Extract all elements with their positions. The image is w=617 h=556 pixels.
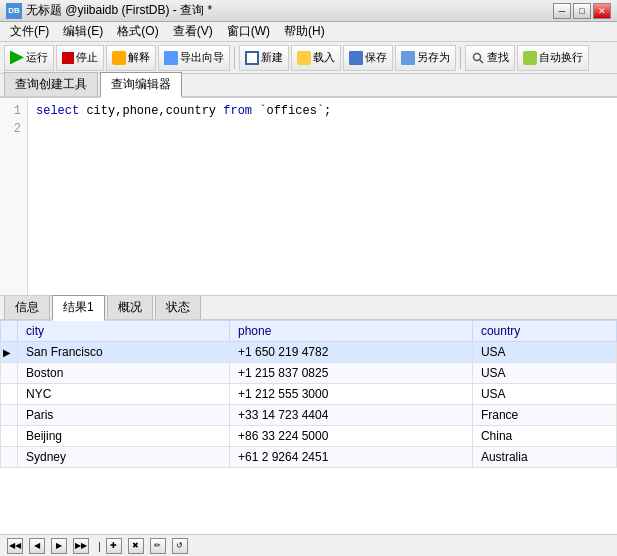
- window-controls: ─ □ ✕: [553, 3, 611, 19]
- find-icon: [471, 51, 485, 65]
- export-icon: [164, 51, 178, 65]
- stop-button[interactable]: 停止: [56, 45, 104, 71]
- row-indicator: [1, 405, 18, 426]
- cell-phone: +86 33 224 5000: [229, 426, 472, 447]
- menu-edit[interactable]: 编辑(E): [57, 21, 109, 42]
- menu-help[interactable]: 帮助(H): [278, 21, 331, 42]
- result-tab-bar: 信息 结果1 概况 状态: [0, 296, 617, 320]
- menu-view[interactable]: 查看(V): [167, 21, 219, 42]
- cell-country: USA: [472, 384, 616, 405]
- new-label: 新建: [261, 50, 283, 65]
- menu-format[interactable]: 格式(O): [111, 21, 164, 42]
- cell-country: USA: [472, 363, 616, 384]
- tab-status[interactable]: 状态: [155, 295, 201, 319]
- row-indicator: [1, 363, 18, 384]
- save-button[interactable]: 保存: [343, 45, 393, 71]
- cell-country: Australia: [472, 447, 616, 468]
- nav-first-button[interactable]: ◀◀: [7, 538, 23, 554]
- stop-label: 停止: [76, 50, 98, 65]
- code-line-1: select city,phone,country from `offices`…: [36, 102, 331, 120]
- code-content[interactable]: select city,phone,country from `offices`…: [28, 98, 339, 295]
- results-table: city phone country ▶San Francisco+1 650 …: [0, 320, 617, 468]
- nav-next-button[interactable]: ▶: [51, 538, 67, 554]
- cell-phone: +1 215 837 0825: [229, 363, 472, 384]
- cell-country: France: [472, 405, 616, 426]
- saveas-icon: [401, 51, 415, 65]
- run-label: 运行: [26, 50, 48, 65]
- app-icon: DB: [6, 3, 22, 19]
- row-indicator: ▶: [1, 342, 18, 363]
- from-keyword: from: [223, 104, 252, 118]
- select-keyword: select: [36, 104, 79, 118]
- tab-query-editor[interactable]: 查询编辑器: [100, 72, 182, 98]
- maximize-button[interactable]: □: [573, 3, 591, 19]
- minimize-button[interactable]: ─: [553, 3, 571, 19]
- menu-window[interactable]: 窗口(W): [221, 21, 276, 42]
- tab-query-builder[interactable]: 查询创建工具: [4, 72, 98, 96]
- cell-city: Boston: [18, 363, 230, 384]
- stop-icon: [62, 52, 74, 64]
- table-row: Sydney+61 2 9264 2451Australia: [1, 447, 617, 468]
- status-separator: |: [98, 540, 101, 552]
- cell-city: San Francisco: [18, 342, 230, 363]
- header-phone: phone: [229, 321, 472, 342]
- edit-row-button[interactable]: ✏: [150, 538, 166, 554]
- toolbar-separator-1: [234, 47, 235, 69]
- row-indicator: [1, 447, 18, 468]
- tab-result1[interactable]: 结果1: [52, 295, 105, 321]
- export-button[interactable]: 导出向导: [158, 45, 230, 71]
- cell-phone: +1 650 219 4782: [229, 342, 472, 363]
- table-row: ▶San Francisco+1 650 219 4782USA: [1, 342, 617, 363]
- close-button[interactable]: ✕: [593, 3, 611, 19]
- cell-phone: +61 2 9264 2451: [229, 447, 472, 468]
- code-table: `offices`;: [259, 104, 331, 118]
- nav-last-button[interactable]: ▶▶: [73, 538, 89, 554]
- cell-city: NYC: [18, 384, 230, 405]
- line-number-2: 2: [6, 120, 21, 138]
- load-button[interactable]: 载入: [291, 45, 341, 71]
- menu-bar: 文件(F) 编辑(E) 格式(O) 查看(V) 窗口(W) 帮助(H): [0, 22, 617, 42]
- new-button[interactable]: 新建: [239, 45, 289, 71]
- run-icon: [10, 51, 24, 65]
- explain-button[interactable]: 解释: [106, 45, 156, 71]
- cell-phone: +1 212 555 3000: [229, 384, 472, 405]
- row-indicator: [1, 384, 18, 405]
- window-title: 无标题 @yiibaidb (FirstDB) - 查询 *: [26, 2, 212, 19]
- cell-city: Sydney: [18, 447, 230, 468]
- tab-overview[interactable]: 概况: [107, 295, 153, 319]
- refresh-button[interactable]: ↺: [172, 538, 188, 554]
- nav-prev-button[interactable]: ◀: [29, 538, 45, 554]
- add-row-button[interactable]: ✚: [106, 538, 122, 554]
- saveas-button[interactable]: 另存为: [395, 45, 456, 71]
- editor-tab-bar: 查询创建工具 查询编辑器: [0, 74, 617, 98]
- table-header-row: city phone country: [1, 321, 617, 342]
- delete-row-button[interactable]: ✖: [128, 538, 144, 554]
- code-columns: city,phone,country: [86, 104, 223, 118]
- cell-city: Beijing: [18, 426, 230, 447]
- cell-phone: +33 14 723 4404: [229, 405, 472, 426]
- header-country: country: [472, 321, 616, 342]
- tab-info[interactable]: 信息: [4, 295, 50, 319]
- load-label: 载入: [313, 50, 335, 65]
- query-editor[interactable]: 1 2 select city,phone,country from `offi…: [0, 98, 617, 296]
- cell-country: USA: [472, 342, 616, 363]
- cell-country: China: [472, 426, 616, 447]
- find-label: 查找: [487, 50, 509, 65]
- auto-icon: [523, 51, 537, 65]
- export-label: 导出向导: [180, 50, 224, 65]
- bottom-pane: 信息 结果1 概况 状态 city phone country ▶San Fra…: [0, 296, 617, 556]
- header-city: city: [18, 321, 230, 342]
- new-icon: [245, 51, 259, 65]
- explain-label: 解释: [128, 50, 150, 65]
- title-bar: DB 无标题 @yiibaidb (FirstDB) - 查询 * ─ □ ✕: [0, 0, 617, 22]
- find-button[interactable]: 查找: [465, 45, 515, 71]
- svg-line-1: [480, 60, 483, 63]
- table-row: Beijing+86 33 224 5000China: [1, 426, 617, 447]
- menu-file[interactable]: 文件(F): [4, 21, 55, 42]
- explain-icon: [112, 51, 126, 65]
- run-button[interactable]: 运行: [4, 45, 54, 71]
- table-row: NYC+1 212 555 3000USA: [1, 384, 617, 405]
- cell-city: Paris: [18, 405, 230, 426]
- line-numbers: 1 2: [0, 98, 28, 295]
- auto-wrap-button[interactable]: 自动换行: [517, 45, 589, 71]
